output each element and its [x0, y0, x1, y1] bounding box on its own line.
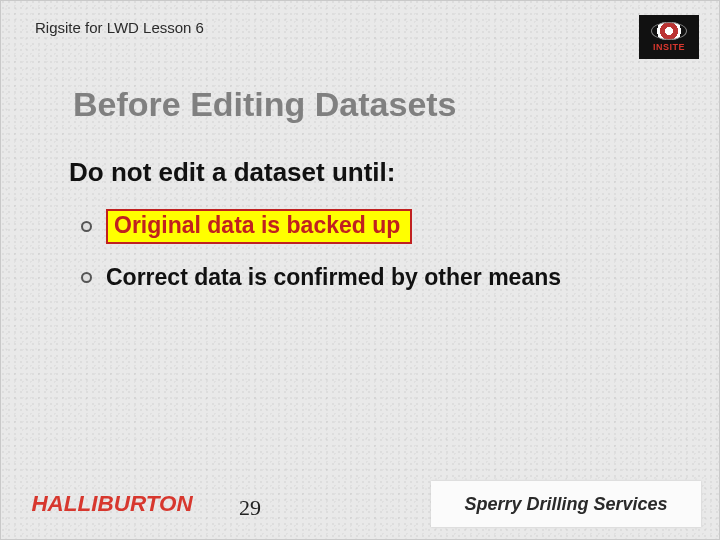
- eye-icon: [651, 22, 687, 40]
- bullet-list: Original data is backed up Correct data …: [81, 209, 679, 311]
- sperry-logo: Sperry Drilling Services: [431, 481, 701, 527]
- halliburton-logo: HALLIBURTON: [31, 491, 192, 517]
- sperry-logo-label: Sperry Drilling Services: [464, 494, 667, 515]
- subtitle: Do not edit a dataset until:: [69, 157, 395, 188]
- lesson-label: Rigsite for LWD Lesson 6: [35, 19, 204, 36]
- bullet-text: Correct data is confirmed by other means: [106, 264, 561, 291]
- page-title: Before Editing Datasets: [73, 85, 457, 124]
- insite-logo-label: INSITE: [653, 42, 685, 52]
- bullet-text: Original data is backed up: [106, 209, 412, 244]
- page-number: 29: [239, 495, 261, 521]
- bullet-dot-icon: [81, 221, 92, 232]
- slide: Rigsite for LWD Lesson 6 INSITE Before E…: [0, 0, 720, 540]
- bullet-dot-icon: [81, 272, 92, 283]
- bullet-item-1: Original data is backed up: [81, 209, 679, 244]
- insite-logo: INSITE: [639, 15, 699, 59]
- bullet-item-2: Correct data is confirmed by other means: [81, 264, 679, 291]
